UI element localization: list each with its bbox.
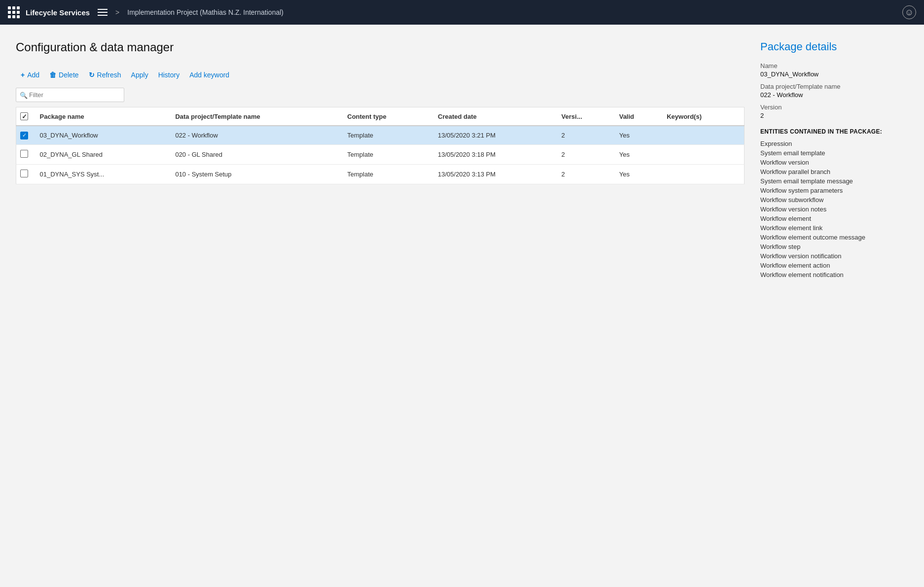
row-check-cell bbox=[16, 164, 34, 184]
created-date-cell: 13/05/2020 3:13 PM bbox=[432, 164, 556, 184]
table-row[interactable]: ✓03_DYNA_Workflow022 - WorkflowTemplate1… bbox=[16, 126, 745, 144]
row-checkbox[interactable] bbox=[20, 150, 28, 158]
version-cell: 2 bbox=[556, 164, 613, 184]
pkg-name-label: Name bbox=[760, 62, 908, 69]
package-name-cell: 03_DYNA_Workflow bbox=[34, 126, 170, 144]
package-details-title: Package details bbox=[760, 40, 908, 53]
content-type-cell: Template bbox=[341, 144, 432, 164]
pkg-name-value: 03_DYNA_Workflow bbox=[760, 70, 908, 78]
pkg-entities-header: ENTITIES CONTAINED IN THE PACKAGE: bbox=[760, 128, 908, 135]
pkg-version-label: Version bbox=[760, 104, 908, 111]
breadcrumb: Implementation Project (Mathias N.Z. Int… bbox=[127, 8, 284, 16]
entity-item: Workflow element outcome message bbox=[760, 233, 908, 242]
check-all-checkbox[interactable]: ✓ bbox=[20, 112, 28, 120]
top-nav: Lifecycle Services > Implementation Proj… bbox=[0, 0, 924, 25]
entity-item: Workflow version notes bbox=[760, 205, 908, 214]
col-created-date: Created date bbox=[432, 107, 556, 126]
add-button[interactable]: + Add bbox=[16, 68, 44, 82]
valid-cell: Yes bbox=[613, 164, 661, 184]
version-cell: 2 bbox=[556, 144, 613, 164]
entity-item: Workflow element bbox=[760, 214, 908, 223]
table-row[interactable]: 02_DYNA_GL Shared020 - GL SharedTemplate… bbox=[16, 144, 745, 164]
entity-item: System email template message bbox=[760, 176, 908, 186]
pkg-data-project-value: 022 - Workflow bbox=[760, 91, 908, 99]
entity-item: System email template bbox=[760, 148, 908, 158]
apply-button[interactable]: Apply bbox=[126, 68, 153, 82]
entity-item: Workflow element link bbox=[760, 223, 908, 233]
entity-item: Workflow step bbox=[760, 242, 908, 251]
delete-icon: 🗑 bbox=[49, 71, 56, 79]
table-body: ✓03_DYNA_Workflow022 - WorkflowTemplate1… bbox=[16, 126, 745, 184]
page-title: Configuration & data manager bbox=[16, 40, 745, 54]
hamburger-menu[interactable] bbox=[98, 9, 107, 16]
package-name-cell: 02_DYNA_GL Shared bbox=[34, 144, 170, 164]
entity-item: Workflow element action bbox=[760, 261, 908, 270]
delete-button[interactable]: 🗑 Delete bbox=[44, 68, 83, 82]
main-content: Configuration & data manager + Add 🗑 Del… bbox=[0, 25, 924, 279]
col-content-type: Content type bbox=[341, 107, 432, 126]
entity-item: Workflow system parameters bbox=[760, 186, 908, 195]
keywords-cell bbox=[661, 164, 744, 184]
refresh-button[interactable]: ↻ Refresh bbox=[84, 68, 126, 82]
row-checkbox[interactable]: ✓ bbox=[20, 132, 28, 139]
left-panel: Configuration & data manager + Add 🗑 Del… bbox=[16, 40, 745, 279]
entity-item: Expression bbox=[760, 139, 908, 148]
breadcrumb-separator: > bbox=[115, 8, 119, 16]
col-package-name: Package name bbox=[34, 107, 170, 126]
data-project-cell: 010 - System Setup bbox=[169, 164, 341, 184]
content-type-cell: Template bbox=[341, 164, 432, 184]
refresh-icon: ↻ bbox=[89, 71, 95, 79]
col-data-project: Data project/Template name bbox=[169, 107, 341, 126]
right-panel: Package details Name 03_DYNA_Workflow Da… bbox=[760, 40, 908, 279]
table-row[interactable]: 01_DYNA_SYS Syst...010 - System SetupTem… bbox=[16, 164, 745, 184]
pkg-version-value: 2 bbox=[760, 112, 908, 119]
created-date-cell: 13/05/2020 3:18 PM bbox=[432, 144, 556, 164]
row-check-cell: ✓ bbox=[16, 126, 34, 144]
apps-grid-icon[interactable] bbox=[8, 6, 20, 18]
entity-item: Workflow version bbox=[760, 158, 908, 167]
data-table: ✓ Package name Data project/Template nam… bbox=[16, 107, 745, 184]
row-checkbox[interactable] bbox=[20, 170, 28, 177]
filter-wrap: 🔍 bbox=[16, 88, 124, 102]
version-cell: 2 bbox=[556, 126, 613, 144]
data-project-cell: 022 - Workflow bbox=[169, 126, 341, 144]
col-valid: Valid bbox=[613, 107, 661, 126]
table-header-row: ✓ Package name Data project/Template nam… bbox=[16, 107, 745, 126]
package-name-cell: 01_DYNA_SYS Syst... bbox=[34, 164, 170, 184]
check-all-column: ✓ bbox=[16, 107, 34, 126]
pkg-data-project-label: Data project/Template name bbox=[760, 83, 908, 90]
toolbar: + Add 🗑 Delete ↻ Refresh Apply History A… bbox=[16, 68, 745, 82]
entity-item: Workflow parallel branch bbox=[760, 167, 908, 176]
content-type-cell: Template bbox=[341, 126, 432, 144]
row-check-cell bbox=[16, 144, 34, 164]
filter-input[interactable] bbox=[16, 88, 124, 102]
delete-label: Delete bbox=[59, 71, 78, 79]
keywords-cell bbox=[661, 144, 744, 164]
add-icon: + bbox=[21, 71, 25, 79]
valid-cell: Yes bbox=[613, 126, 661, 144]
data-project-cell: 020 - GL Shared bbox=[169, 144, 341, 164]
col-keywords: Keyword(s) bbox=[661, 107, 744, 126]
col-version: Versi... bbox=[556, 107, 613, 126]
app-title: Lifecycle Services bbox=[26, 8, 90, 17]
entity-item: Workflow subworkflow bbox=[760, 195, 908, 205]
history-button[interactable]: History bbox=[153, 68, 185, 82]
entity-item: Workflow version notification bbox=[760, 251, 908, 261]
created-date-cell: 13/05/2020 3:21 PM bbox=[432, 126, 556, 144]
refresh-label: Refresh bbox=[97, 71, 121, 79]
entity-item: Workflow element notification bbox=[760, 270, 908, 279]
entities-list: ExpressionSystem email templateWorkflow … bbox=[760, 139, 908, 279]
apply-label: Apply bbox=[131, 71, 148, 79]
valid-cell: Yes bbox=[613, 144, 661, 164]
history-label: History bbox=[158, 71, 180, 79]
search-icon: 🔍 bbox=[20, 91, 28, 99]
add-keyword-label: Add keyword bbox=[189, 71, 229, 79]
add-label: Add bbox=[27, 71, 39, 79]
add-keyword-button[interactable]: Add keyword bbox=[184, 68, 234, 82]
user-avatar[interactable]: ☺ bbox=[902, 5, 916, 19]
keywords-cell bbox=[661, 126, 744, 144]
